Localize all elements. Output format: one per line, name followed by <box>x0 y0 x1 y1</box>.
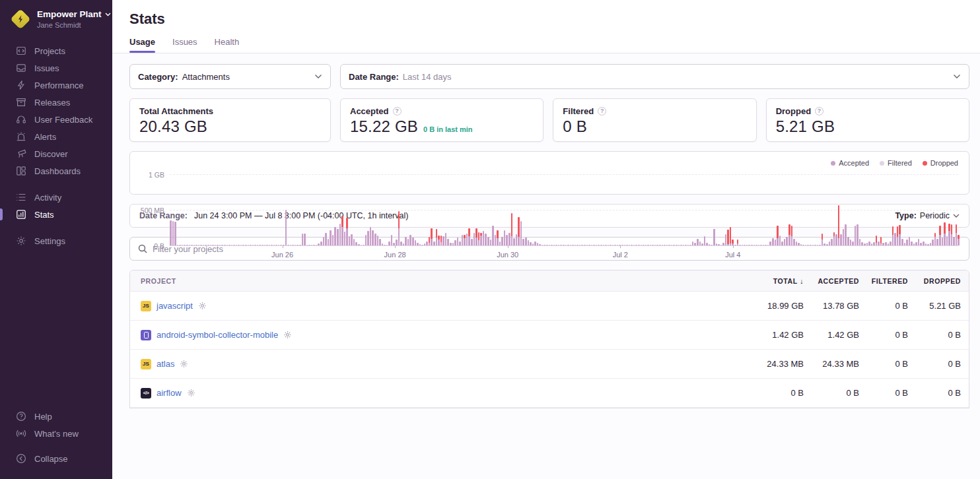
chart-bar <box>948 224 950 245</box>
chart-bar <box>495 235 497 245</box>
chart-bar <box>685 245 687 245</box>
page-header: Stats Usage Issues Health <box>112 0 980 53</box>
chart-bar <box>748 245 750 245</box>
chart-bar <box>760 245 762 245</box>
col-project[interactable]: PROJECT <box>141 277 724 285</box>
legend-item-dropped[interactable]: Dropped <box>923 159 958 167</box>
project-link[interactable]: airflow <box>157 388 182 398</box>
legend-item-accepted[interactable]: Accepted <box>831 159 869 167</box>
sidebar-item-projects[interactable]: Projects <box>0 42 112 59</box>
chart-bar <box>490 239 492 245</box>
col-filtered[interactable]: FILTERED <box>859 277 908 285</box>
chart-bar <box>215 245 217 245</box>
tab-usage[interactable]: Usage <box>129 37 155 53</box>
sidebar-item-help[interactable]: Help <box>0 408 112 425</box>
sidebar-item-dashboards[interactable]: Dashboards <box>0 162 112 179</box>
chart-bar <box>219 245 221 245</box>
chart-bar <box>946 236 948 245</box>
info-icon[interactable]: ? <box>815 107 823 115</box>
chart-bar <box>355 242 357 245</box>
category-select[interactable]: Category: Attachments <box>129 64 331 89</box>
sidebar-item-user-feedback[interactable]: User Feedback <box>0 111 112 128</box>
col-accepted[interactable]: ACCEPTED <box>804 277 859 285</box>
chart-bar <box>624 245 626 245</box>
chart-bar <box>880 237 882 245</box>
col-dropped[interactable]: DROPPED <box>908 277 961 285</box>
sidebar-collapse-button[interactable]: Collapse <box>0 450 112 467</box>
chart-bar <box>951 224 953 245</box>
chart-bar <box>501 237 503 245</box>
chart-bar <box>560 245 562 245</box>
tab-issues[interactable]: Issues <box>172 37 197 53</box>
user-name: Jane Schmidt <box>37 21 111 30</box>
chart-bar <box>572 245 574 245</box>
chart-bar <box>755 245 757 245</box>
alerts-icon <box>16 131 26 142</box>
info-icon[interactable]: ? <box>393 107 402 115</box>
chart-bar <box>767 245 769 245</box>
chart-bar <box>374 234 376 245</box>
chart-bar <box>341 216 343 245</box>
stat-card-value: 20.43 GB <box>139 117 207 136</box>
sidebar-item-releases[interactable]: Releases <box>0 94 112 111</box>
sidebar-item-activity[interactable]: Activity <box>0 189 112 206</box>
chart-bar <box>716 243 718 245</box>
chart-bar <box>746 245 748 245</box>
sidebar-nav-primary: Projects Issues Performance Releases Use… <box>0 42 112 179</box>
sidebar-item-discover[interactable]: Discover <box>0 145 112 162</box>
chart-bar <box>459 241 461 245</box>
chart-bar <box>645 245 647 245</box>
chart-bar <box>306 245 308 245</box>
chart-bar <box>466 234 468 245</box>
chart-bar <box>822 234 823 245</box>
chart-bar <box>906 239 908 245</box>
project-settings-gear-icon[interactable] <box>198 302 207 310</box>
search-icon <box>138 244 147 253</box>
chart-bar <box>203 245 205 245</box>
tab-health[interactable]: Health <box>215 37 240 53</box>
chart-bar <box>468 228 470 245</box>
chart-bar <box>485 234 487 245</box>
chart-bar <box>888 243 890 245</box>
chart-bar <box>934 233 936 245</box>
project-settings-gear-icon[interactable] <box>180 360 188 368</box>
chart-bar <box>944 222 946 245</box>
chart-bar <box>739 245 741 245</box>
chevron-down-icon <box>105 13 111 16</box>
chart-bar <box>699 241 701 245</box>
chart-bar <box>250 245 252 245</box>
chart-bar <box>551 245 553 245</box>
chart-bar <box>617 245 619 245</box>
date-range-label: Date Range: <box>349 72 399 82</box>
chart-bar <box>328 239 330 245</box>
project-link[interactable]: javascript <box>157 301 193 311</box>
info-icon[interactable]: ? <box>598 107 606 115</box>
project-settings-gear-icon[interactable] <box>187 389 195 397</box>
sidebar-item-settings[interactable]: Settings <box>0 232 112 249</box>
chart-bar <box>777 226 779 245</box>
chevron-down-icon <box>953 74 961 79</box>
sidebar-item-performance[interactable]: Performance <box>0 77 112 94</box>
project-link[interactable]: android-symbol-collector-mobile <box>157 330 278 340</box>
sidebar-item-whats-new[interactable]: What's new <box>0 425 112 442</box>
help-icon <box>16 411 26 422</box>
chart-bar <box>730 227 732 245</box>
chart-bar <box>273 245 275 245</box>
sidebar-item-alerts[interactable]: Alerts <box>0 128 112 145</box>
sidebar-item-issues[interactable]: Issues <box>0 59 112 77</box>
col-total[interactable]: TOTAL ↓ <box>724 277 804 285</box>
project-link[interactable]: atlas <box>157 359 174 369</box>
project-settings-gear-icon[interactable] <box>283 331 292 339</box>
chart-bar <box>591 245 593 245</box>
legend-item-filtered[interactable]: Filtered <box>880 159 912 167</box>
date-range-select[interactable]: Date Range: Last 14 days <box>340 64 969 89</box>
chart-bar <box>497 230 499 245</box>
chart-bar <box>563 245 565 245</box>
sidebar-item-stats[interactable]: Stats <box>0 206 112 223</box>
chart-bar <box>897 226 899 245</box>
cell-filtered: 0 B <box>859 301 908 311</box>
org-switcher[interactable]: Empower Plant Jane Schmidt <box>0 9 112 29</box>
chart-bar <box>295 245 297 245</box>
stat-card-label: Filtered <box>563 106 594 116</box>
cell-accepted: 24.33 MB <box>804 359 859 369</box>
